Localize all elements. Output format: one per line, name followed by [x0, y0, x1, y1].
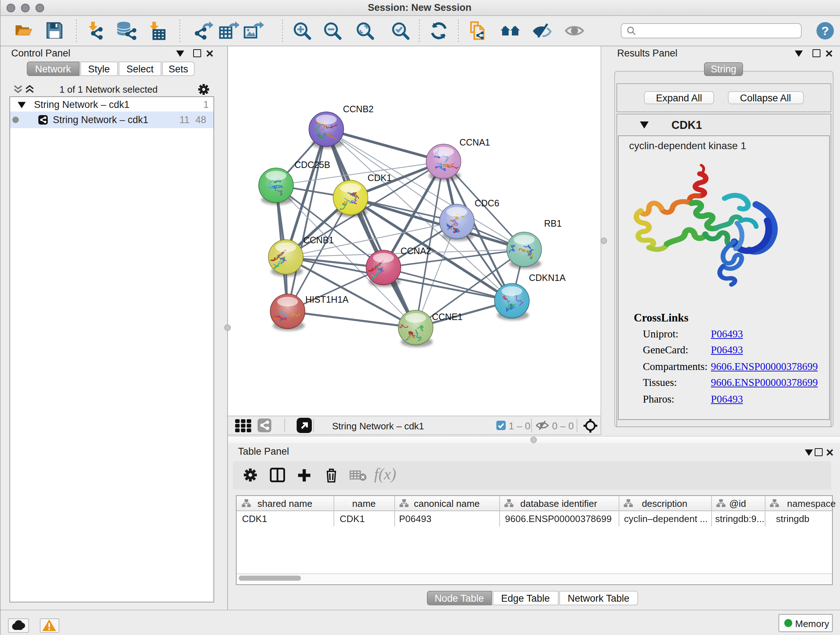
svg-text:?: ? [821, 24, 829, 37]
svg-text:HIST1H1A: HIST1H1A [305, 295, 349, 304]
svg-text:CCNA2: CCNA2 [401, 246, 431, 256]
svg-text:CDC6: CDC6 [475, 198, 499, 208]
svg-text:CCNB1: CCNB1 [303, 235, 334, 245]
svg-text:RB1: RB1 [544, 218, 562, 228]
svg-text:CDC25B: CDC25B [294, 160, 330, 170]
svg-text:CCNB2: CCNB2 [343, 104, 374, 114]
svg-text:CDK1: CDK1 [368, 173, 392, 183]
svg-text:CDKN1A: CDKN1A [529, 272, 566, 283]
svg-text:CCNE1: CCNE1 [432, 312, 463, 322]
svg-text:CCNA1: CCNA1 [459, 137, 490, 147]
